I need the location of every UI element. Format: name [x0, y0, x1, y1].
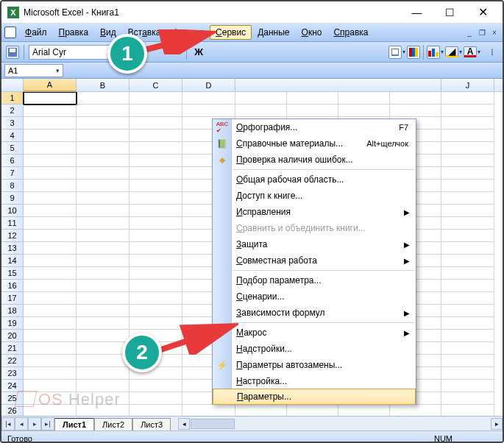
cell[interactable]: [77, 192, 129, 205]
cell[interactable]: [129, 117, 182, 130]
menu-item-защита[interactable]: Защита▶: [213, 236, 416, 252]
cell[interactable]: [24, 355, 77, 367]
toolbar-options-icon[interactable]: ⁞: [486, 46, 498, 58]
cell[interactable]: [441, 405, 494, 416]
sheet-nav-prev[interactable]: ◂: [15, 417, 28, 430]
menu-item-совместная-работа[interactable]: Совместная работа▶: [213, 252, 416, 269]
menu-data[interactable]: Данные: [252, 25, 295, 40]
cell[interactable]: [24, 305, 77, 317]
cell[interactable]: [77, 142, 129, 155]
close-button[interactable]: ✕: [466, 2, 500, 23]
menu-help[interactable]: Справка: [327, 25, 374, 40]
cell[interactable]: [24, 217, 77, 230]
cell[interactable]: [182, 104, 235, 117]
row-header[interactable]: 8: [1, 180, 24, 192]
cell[interactable]: [24, 230, 77, 242]
menu-item-общая-рабочая-область-[interactable]: Общая рабочая область...: [213, 171, 416, 188]
cell[interactable]: [441, 155, 494, 167]
cell[interactable]: [24, 92, 77, 104]
menu-item-надстройки-[interactable]: Надстройки...: [213, 341, 416, 357]
cell[interactable]: [129, 305, 182, 317]
row-header[interactable]: 17: [1, 292, 24, 305]
menu-edit[interactable]: Правка: [53, 25, 95, 40]
cell[interactable]: [441, 104, 494, 117]
menu-item-исправления[interactable]: Исправления▶: [213, 204, 416, 220]
cell[interactable]: [129, 217, 182, 230]
save-icon[interactable]: [6, 46, 19, 59]
cell[interactable]: [441, 217, 494, 230]
cell[interactable]: [77, 305, 129, 317]
cell[interactable]: [129, 380, 182, 392]
cell[interactable]: [129, 92, 182, 104]
cell[interactable]: [24, 342, 77, 355]
menu-item-сценарии-[interactable]: Сценарии...: [213, 288, 416, 305]
cell[interactable]: [24, 192, 77, 205]
cell[interactable]: [235, 104, 287, 117]
menu-item-доступ-к-книге-[interactable]: Доступ к книге...: [213, 188, 416, 204]
cell[interactable]: [441, 205, 494, 217]
cell[interactable]: [287, 405, 338, 416]
menu-item-проверка-наличия-ошибок-[interactable]: ◆Проверка наличия ошибок...: [213, 152, 416, 168]
minimize-button[interactable]: —: [400, 2, 433, 23]
col-header-A[interactable]: A: [24, 79, 77, 91]
cell[interactable]: [441, 342, 494, 355]
border-dropdown[interactable]: ▾: [388, 46, 405, 59]
cell[interactable]: [24, 367, 77, 380]
cell[interactable]: [338, 104, 390, 117]
menu-item-макрос[interactable]: Макрос▶: [213, 325, 416, 341]
cell[interactable]: [129, 267, 182, 280]
sheet-nav-first[interactable]: |◂: [1, 417, 15, 430]
cell[interactable]: [77, 255, 129, 267]
cell[interactable]: [182, 405, 235, 416]
hscroll-left[interactable]: ◂: [178, 418, 190, 430]
cell[interactable]: [235, 405, 287, 416]
fill-color-dropdown[interactable]: ◢▾: [445, 46, 462, 57]
menu-window[interactable]: Окно: [296, 25, 328, 40]
cell[interactable]: [77, 130, 129, 142]
row-header[interactable]: 4: [1, 130, 24, 142]
menu-item-параметры-[interactable]: Параметры...: [213, 389, 416, 405]
row-header[interactable]: 1: [1, 92, 24, 104]
cell[interactable]: [441, 180, 494, 192]
cell[interactable]: [129, 292, 182, 305]
cell[interactable]: [441, 130, 494, 142]
sheet-nav-last[interactable]: ▸|: [41, 417, 54, 430]
cell[interactable]: [24, 292, 77, 305]
row-header[interactable]: 5: [1, 142, 24, 155]
cell[interactable]: [129, 104, 182, 117]
row-header[interactable]: 7: [1, 167, 24, 180]
cell[interactable]: [77, 167, 129, 180]
cell[interactable]: [441, 330, 494, 342]
cell[interactable]: [129, 392, 182, 405]
menu-item-справочные-материалы-[interactable]: 📗Справочные материалы...Alt+щелчок: [213, 135, 416, 152]
cell[interactable]: [338, 405, 390, 416]
cell[interactable]: [441, 192, 494, 205]
cell[interactable]: [24, 130, 77, 142]
cell[interactable]: [129, 192, 182, 205]
cell[interactable]: [182, 92, 235, 104]
doc-restore-button[interactable]: ❐: [477, 27, 487, 38]
menu-item-орфография-[interactable]: ABC✔Орфография...F7: [213, 119, 416, 135]
cell[interactable]: [441, 267, 494, 280]
cell[interactable]: [77, 104, 129, 117]
cell[interactable]: [77, 317, 129, 330]
sheet-tab-1[interactable]: Лист1: [54, 418, 94, 430]
cell[interactable]: [77, 330, 129, 342]
cell[interactable]: [77, 355, 129, 367]
cell[interactable]: [77, 92, 129, 104]
cell[interactable]: [441, 392, 494, 405]
cell[interactable]: [77, 205, 129, 217]
hscroll-thumb[interactable]: [191, 419, 235, 429]
cell[interactable]: [287, 104, 338, 117]
cell[interactable]: [77, 230, 129, 242]
cell[interactable]: [24, 317, 77, 330]
cell[interactable]: [129, 130, 182, 142]
cell[interactable]: [441, 380, 494, 392]
cell[interactable]: [24, 167, 77, 180]
cell[interactable]: [24, 155, 77, 167]
cell[interactable]: [338, 92, 390, 104]
row-header[interactable]: 2: [1, 104, 24, 117]
cell[interactable]: [441, 355, 494, 367]
name-box[interactable]: A1: [4, 64, 63, 77]
cell[interactable]: [441, 292, 494, 305]
